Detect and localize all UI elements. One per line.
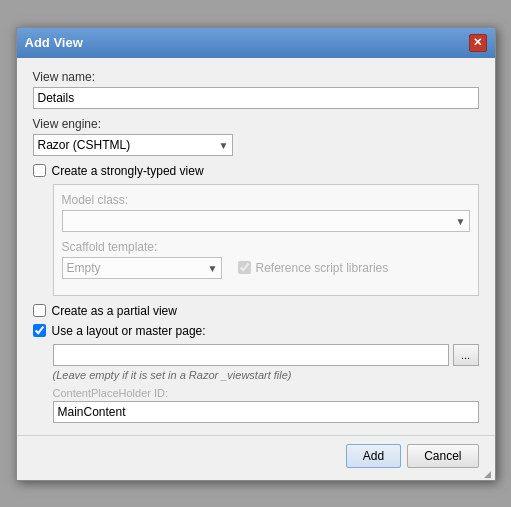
resize-handle[interactable]: ◢: [484, 469, 494, 479]
view-engine-label: View engine:: [33, 117, 479, 131]
layout-checkbox[interactable]: [33, 324, 46, 337]
strongly-typed-row: Create a strongly-typed view: [33, 164, 479, 178]
scaffold-template-group: Scaffold template: Empty Create Delete D…: [62, 240, 470, 279]
strongly-typed-label[interactable]: Create a strongly-typed view: [52, 164, 204, 178]
content-placeholder-input[interactable]: [53, 401, 479, 423]
view-engine-group: View engine: Razor (CSHTML) ASPX ▼: [33, 117, 479, 156]
add-button[interactable]: Add: [346, 444, 401, 468]
model-class-select-wrapper: ▼: [62, 210, 470, 232]
dialog-content: View name: View engine: Razor (CSHTML) A…: [17, 58, 495, 435]
layout-checkbox-row: Use a layout or master page:: [33, 324, 479, 338]
title-bar: Add View ✕: [17, 28, 495, 58]
view-name-input[interactable]: [33, 87, 479, 109]
scaffold-row: Empty Create Delete Details Edit List ▼: [62, 257, 470, 279]
reference-scripts-label: Reference script libraries: [256, 261, 389, 275]
view-name-group: View name:: [33, 70, 479, 109]
partial-view-label[interactable]: Create as a partial view: [52, 304, 177, 318]
browse-button[interactable]: ...: [453, 344, 479, 366]
strongly-typed-checkbox[interactable]: [33, 164, 46, 177]
dialog: Add View ✕ View name: View engine: Razor…: [16, 27, 496, 481]
cancel-button[interactable]: Cancel: [407, 444, 478, 468]
model-class-label: Model class:: [62, 193, 470, 207]
content-placeholder-group: ContentPlaceHolder ID:: [53, 387, 479, 423]
view-name-label: View name:: [33, 70, 479, 84]
model-class-select[interactable]: [62, 210, 470, 232]
partial-view-checkbox[interactable]: [33, 304, 46, 317]
view-engine-select[interactable]: Razor (CSHTML) ASPX: [33, 134, 233, 156]
layout-hint-text: (Leave empty if it is set in a Razor _vi…: [53, 369, 479, 381]
dialog-footer: Add Cancel: [17, 435, 495, 480]
layout-path-row: ...: [53, 344, 479, 366]
layout-path-input[interactable]: [53, 344, 449, 366]
layout-path-group: ... (Leave empty if it is set in a Razor…: [53, 344, 479, 381]
close-button[interactable]: ✕: [469, 34, 487, 52]
scaffold-select-wrapper: Empty Create Delete Details Edit List ▼: [62, 257, 222, 279]
partial-view-row: Create as a partial view: [33, 304, 479, 318]
scaffold-template-label: Scaffold template:: [62, 240, 470, 254]
reference-scripts-checkbox[interactable]: [238, 261, 251, 274]
layout-label[interactable]: Use a layout or master page:: [52, 324, 206, 338]
scaffold-template-select[interactable]: Empty Create Delete Details Edit List: [62, 257, 222, 279]
view-engine-select-wrapper: Razor (CSHTML) ASPX ▼: [33, 134, 233, 156]
model-class-group: Model class: ▼: [62, 193, 470, 232]
content-placeholder-label: ContentPlaceHolder ID:: [53, 387, 479, 399]
reference-scripts-row: Reference script libraries: [238, 261, 389, 275]
strongly-typed-section: Model class: ▼ Scaffold template:: [53, 184, 479, 296]
dialog-title: Add View: [25, 35, 83, 50]
